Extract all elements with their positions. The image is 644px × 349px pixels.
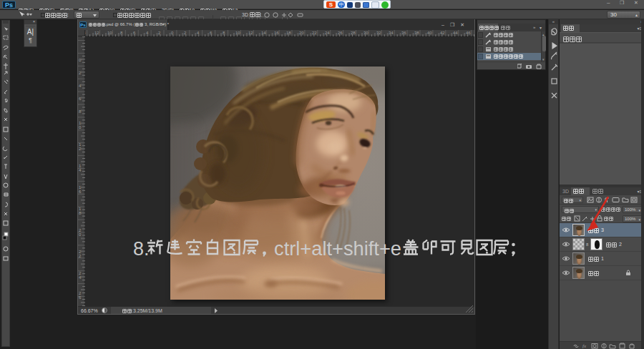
- svg-text:fx: fx: [582, 343, 587, 349]
- svg-text:ctrl+alt+shift+e: ctrl+alt+shift+e: [274, 238, 401, 259]
- svg-text:8.: 8.: [133, 238, 150, 259]
